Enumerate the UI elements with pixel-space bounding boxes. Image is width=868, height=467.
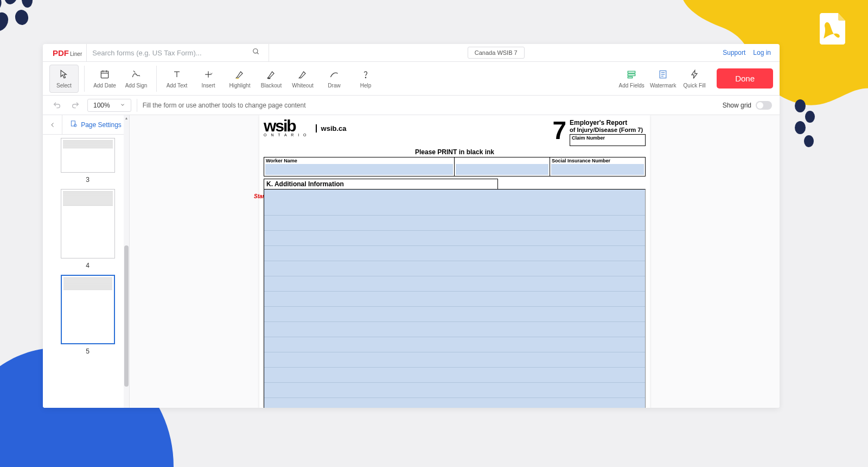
page-thumbnail[interactable]: 4: [53, 189, 123, 269]
svg-rect-24: [628, 77, 632, 78]
app-window: PDFLiner Canada WSIB 7 Support Log in Se…: [43, 44, 780, 408]
document-viewport[interactable]: wsib O N T A R I O wsib.ca 7 Employer's …: [130, 115, 780, 408]
cursor-icon: [58, 68, 70, 80]
print-instruction: Please PRINT in black ink: [264, 148, 646, 156]
zoom-select[interactable]: 100%: [87, 99, 131, 112]
watermark-tool[interactable]: Watermark: [648, 65, 678, 93]
page-thumbnail[interactable]: 5: [53, 275, 123, 355]
search-input[interactable]: [92, 49, 249, 57]
fields-icon: [626, 68, 637, 80]
zoom-value: 100%: [93, 102, 110, 109]
claim-number-field[interactable]: Claim Number: [570, 134, 646, 146]
scroll-up-arrow[interactable]: ▴: [124, 115, 129, 121]
page-settings-icon: [70, 120, 78, 129]
add-date-tool[interactable]: Add Date: [90, 65, 119, 93]
worker-name-field-2[interactable]: [455, 157, 550, 176]
login-link[interactable]: Log in: [753, 49, 771, 56]
svg-point-6: [805, 111, 815, 123]
whiteout-icon: [297, 68, 309, 80]
svg-rect-11: [101, 71, 108, 78]
add-fields-tool[interactable]: Add Fields: [617, 65, 646, 93]
svg-rect-29: [71, 121, 75, 126]
hint-text: Fill the form or use another tools to ch…: [143, 102, 306, 109]
svg-point-5: [795, 99, 806, 112]
help-tool[interactable]: Help: [351, 65, 380, 93]
plus-icon: [202, 68, 214, 80]
highlight-tool[interactable]: Highlight: [225, 65, 254, 93]
lightning-icon: [688, 68, 700, 80]
select-tool[interactable]: Select: [49, 65, 79, 93]
decorative-navy-blob-top: [0, 0, 60, 49]
form-subtitle: of Injury/Disease (Form 7): [570, 127, 646, 133]
sidebar-back-button[interactable]: [43, 115, 62, 134]
form-title: Employer's Report: [570, 119, 646, 127]
toolbar-separator: [156, 66, 157, 92]
pdf-badge-icon: [814, 10, 852, 48]
undo-button[interactable]: [50, 99, 63, 112]
page-settings-button[interactable]: Page Settings: [62, 120, 129, 129]
highlighter-icon: [234, 68, 246, 80]
subbar-separator: [137, 99, 137, 112]
support-link[interactable]: Support: [723, 49, 745, 56]
page-thumbnail[interactable]: 3: [53, 138, 123, 184]
svg-rect-22: [628, 71, 635, 73]
calendar-icon: [99, 68, 111, 80]
insert-tool[interactable]: Insert: [194, 65, 223, 93]
blackout-icon: [265, 68, 277, 80]
pencil-icon: [328, 68, 340, 80]
section-k-header: K. Additional Information: [264, 179, 498, 189]
add-text-tool[interactable]: Add Text: [162, 65, 192, 93]
svg-point-0: [0, 0, 4, 13]
main-toolbar: Select Add Date Add Sign Add Text Insert: [43, 62, 780, 96]
scrollbar-thumb[interactable]: [124, 245, 129, 387]
whiteout-tool[interactable]: Whiteout: [288, 65, 317, 93]
wsib-logo: wsib O N T A R I O wsib.ca: [264, 119, 347, 137]
search-icon[interactable]: [249, 46, 263, 60]
form-number-7: 7: [552, 119, 566, 142]
svg-point-1: [3, 0, 18, 5]
search-container: [86, 44, 269, 61]
svg-point-9: [253, 49, 258, 53]
header-bar: PDFLiner Canada WSIB 7 Support Log in: [43, 44, 780, 62]
chevron-down-icon: [120, 102, 125, 109]
svg-point-8: [804, 135, 814, 147]
document-title: Canada WSIB 7: [468, 47, 525, 59]
worker-name-field[interactable]: Worker Name: [264, 157, 455, 176]
add-sign-tool[interactable]: Add Sign: [122, 65, 151, 93]
sidebar-scrollbar[interactable]: ▴: [124, 115, 129, 408]
app-logo[interactable]: PDFLiner: [48, 48, 86, 58]
thumbnail-sidebar: Page Settings 3 4 5 ▴: [43, 115, 130, 408]
svg-line-10: [257, 53, 259, 54]
svg-rect-20: [267, 78, 270, 79]
svg-point-2: [21, 0, 33, 8]
svg-rect-23: [628, 74, 635, 75]
quick-fill-tool[interactable]: Quick Fill: [680, 65, 709, 93]
pdf-page: wsib O N T A R I O wsib.ca 7 Employer's …: [259, 115, 650, 408]
name-sin-row: Worker Name Social Insurance Number: [264, 157, 646, 176]
sin-field[interactable]: Social Insurance Number: [550, 157, 645, 176]
show-grid-label: Show grid: [723, 102, 751, 109]
svg-point-3: [0, 9, 11, 34]
svg-point-7: [795, 121, 806, 134]
redo-button[interactable]: [69, 99, 82, 112]
sub-toolbar: 100% Fill the form or use another tools …: [43, 96, 780, 115]
watermark-icon: [657, 68, 669, 80]
blackout-tool[interactable]: Blackout: [257, 65, 286, 93]
thumbnail-list: 3 4 5: [43, 135, 129, 408]
signature-icon: [130, 68, 142, 80]
decorative-navy-blob-right: [789, 98, 816, 152]
show-grid-toggle[interactable]: [756, 101, 772, 110]
question-icon: [360, 68, 372, 80]
done-button[interactable]: Done: [717, 68, 773, 89]
svg-rect-19: [236, 78, 239, 79]
additional-info-field[interactable]: [264, 189, 646, 408]
text-icon: [171, 68, 183, 80]
toolbar-separator: [84, 66, 85, 92]
body-container: Page Settings 3 4 5 ▴: [43, 115, 780, 408]
draw-tool[interactable]: Draw: [320, 65, 349, 93]
svg-point-21: [365, 77, 366, 78]
svg-point-4: [14, 9, 29, 26]
svg-point-30: [74, 124, 77, 127]
